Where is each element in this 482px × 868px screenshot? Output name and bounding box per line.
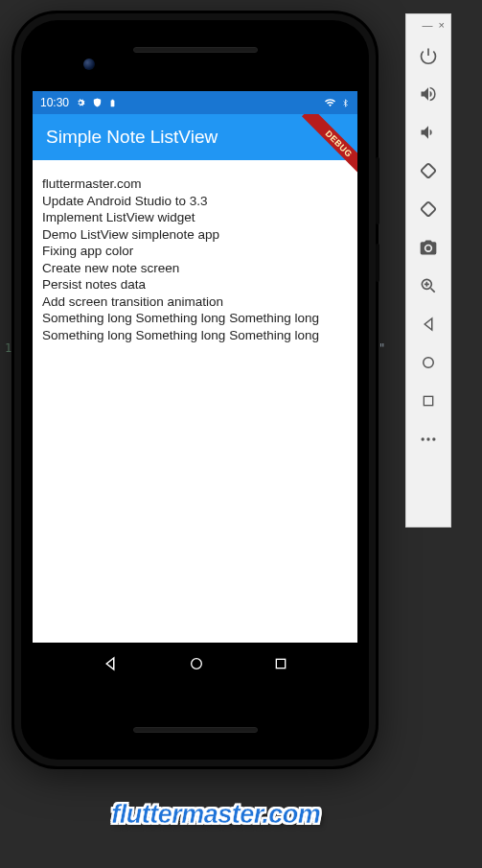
device-camera bbox=[83, 59, 95, 70]
power-icon[interactable] bbox=[411, 38, 446, 73]
zoom-icon[interactable] bbox=[411, 269, 446, 303]
android-nav-bar bbox=[33, 643, 357, 689]
svg-rect-1 bbox=[276, 659, 285, 668]
status-time: 10:30 bbox=[40, 96, 69, 109]
list-item[interactable]: Something long Something long Something … bbox=[42, 310, 348, 343]
svg-point-5 bbox=[424, 358, 434, 368]
svg-rect-3 bbox=[421, 201, 436, 217]
list-item[interactable]: fluttermaster.com bbox=[42, 176, 348, 193]
minimize-button[interactable]: — bbox=[423, 20, 433, 31]
svg-point-9 bbox=[432, 437, 435, 440]
device-speaker-top bbox=[133, 47, 258, 53]
close-button[interactable]: × bbox=[439, 20, 445, 31]
back-icon[interactable] bbox=[411, 307, 446, 341]
device-speaker-bottom bbox=[133, 727, 258, 733]
volume-up-icon[interactable] bbox=[411, 77, 446, 111]
device-frame: 10:30 bbox=[14, 13, 376, 766]
list-item[interactable]: Add screen transition animation bbox=[42, 293, 348, 311]
volume-down-icon[interactable] bbox=[411, 115, 446, 150]
list-item[interactable]: Persist notes data bbox=[42, 276, 348, 293]
rotate-right-icon[interactable] bbox=[411, 192, 446, 226]
nav-back-icon[interactable] bbox=[102, 655, 119, 676]
note-list[interactable]: fluttermaster.comUpdate Android Studio t… bbox=[33, 160, 357, 359]
more-icon[interactable] bbox=[411, 422, 446, 457]
overview-icon[interactable] bbox=[411, 384, 446, 418]
list-item[interactable]: Fixing app color bbox=[42, 243, 348, 260]
android-status-bar: 10:30 bbox=[33, 91, 357, 114]
nav-home-icon[interactable] bbox=[189, 656, 204, 675]
bluetooth-icon bbox=[341, 97, 350, 109]
nav-recent-icon[interactable] bbox=[273, 656, 288, 675]
shield-icon bbox=[92, 97, 103, 108]
camera-icon[interactable] bbox=[411, 230, 446, 265]
device-screen: 10:30 bbox=[33, 91, 357, 689]
wifi-icon bbox=[323, 97, 337, 108]
svg-rect-6 bbox=[424, 396, 432, 405]
svg-rect-2 bbox=[421, 163, 436, 178]
list-item[interactable]: Implement ListView widget bbox=[42, 209, 348, 226]
rotate-left-icon[interactable] bbox=[411, 153, 446, 188]
svg-point-7 bbox=[422, 437, 425, 440]
device-power-button bbox=[376, 244, 379, 282]
home-icon[interactable] bbox=[411, 345, 446, 380]
app-title: Simple Note ListView bbox=[46, 127, 218, 148]
svg-point-8 bbox=[426, 437, 429, 440]
device-bezel: 10:30 bbox=[21, 20, 369, 760]
gear-icon bbox=[75, 97, 86, 108]
emulator-toolbar: — × bbox=[405, 13, 451, 528]
battery-icon bbox=[108, 97, 117, 109]
editor-cursor: " bbox=[379, 341, 385, 355]
editor-line-number: 1 bbox=[5, 341, 11, 355]
list-item[interactable]: Create new note screen bbox=[42, 260, 348, 277]
svg-point-0 bbox=[191, 659, 201, 669]
device-volume-button bbox=[376, 157, 379, 224]
list-item[interactable]: Demo ListView simplenote app bbox=[42, 226, 348, 244]
watermark: fluttermaster.com bbox=[111, 800, 320, 830]
list-item[interactable]: Update Android Studio to 3.3 bbox=[42, 193, 348, 210]
